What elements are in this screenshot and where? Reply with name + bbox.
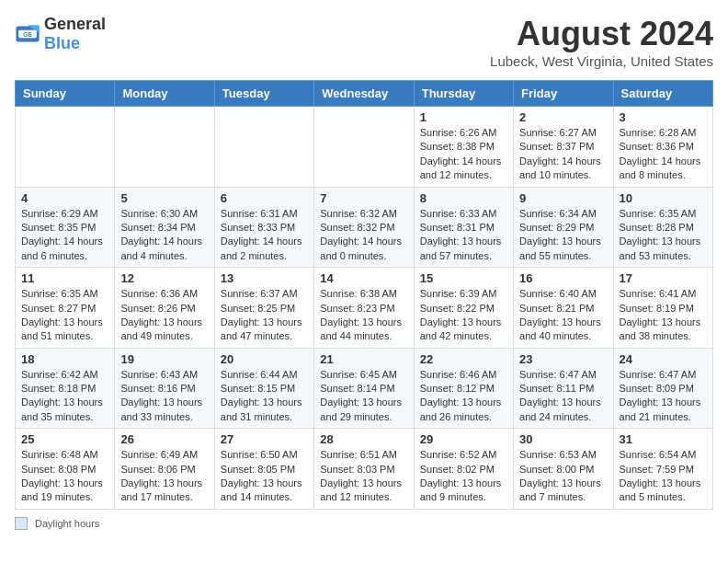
day-info: Sunrise: 6:27 AM Sunset: 8:37 PM Dayligh… [519, 126, 607, 183]
calendar-cell: 15Sunrise: 6:39 AM Sunset: 8:22 PM Dayli… [414, 268, 513, 349]
day-number: 11 [21, 271, 108, 285]
calendar-cell [214, 107, 313, 188]
calendar-cell: 22Sunrise: 6:46 AM Sunset: 8:12 PM Dayli… [414, 348, 513, 429]
day-info: Sunrise: 6:46 AM Sunset: 8:12 PM Dayligh… [420, 368, 507, 425]
day-number: 21 [320, 352, 407, 366]
day-number: 25 [21, 432, 108, 446]
calendar-cell: 18Sunrise: 6:42 AM Sunset: 8:18 PM Dayli… [16, 348, 115, 429]
logo: GB General Blue [15, 15, 106, 53]
calendar-cell: 23Sunrise: 6:47 AM Sunset: 8:11 PM Dayli… [514, 348, 613, 429]
calendar-cell: 1Sunrise: 6:26 AM Sunset: 8:38 PM Daylig… [414, 107, 513, 188]
day-info: Sunrise: 6:35 AM Sunset: 8:27 PM Dayligh… [21, 287, 108, 344]
header: GB General Blue August 2024 Lubeck, West… [15, 15, 713, 69]
day-number: 1 [420, 110, 507, 124]
calendar-week-row: 1Sunrise: 6:26 AM Sunset: 8:38 PM Daylig… [16, 107, 713, 188]
calendar-cell: 21Sunrise: 6:45 AM Sunset: 8:14 PM Dayli… [314, 348, 414, 429]
day-header-saturday: Saturday [613, 81, 712, 107]
day-number: 7 [320, 191, 407, 205]
calendar-cell: 19Sunrise: 6:43 AM Sunset: 8:16 PM Dayli… [115, 348, 214, 429]
day-info: Sunrise: 6:32 AM Sunset: 8:32 PM Dayligh… [320, 207, 407, 264]
calendar-cell: 26Sunrise: 6:49 AM Sunset: 8:06 PM Dayli… [115, 429, 214, 510]
calendar-cell: 16Sunrise: 6:40 AM Sunset: 8:21 PM Dayli… [514, 268, 613, 349]
calendar-cell: 25Sunrise: 6:48 AM Sunset: 8:08 PM Dayli… [16, 429, 115, 510]
day-header-thursday: Thursday [414, 81, 513, 107]
day-number: 14 [320, 271, 407, 285]
day-info: Sunrise: 6:41 AM Sunset: 8:19 PM Dayligh… [620, 287, 707, 344]
day-info: Sunrise: 6:50 AM Sunset: 8:05 PM Dayligh… [221, 448, 308, 505]
legend: Daylight hours [15, 517, 713, 530]
day-number: 29 [420, 432, 507, 446]
day-number: 4 [21, 191, 108, 205]
title-area: August 2024 Lubeck, West Virginia, Unite… [490, 15, 713, 69]
day-number: 13 [221, 271, 308, 285]
day-info: Sunrise: 6:51 AM Sunset: 8:03 PM Dayligh… [320, 448, 407, 505]
calendar-cell: 9Sunrise: 6:34 AM Sunset: 8:29 PM Daylig… [514, 187, 613, 268]
calendar-week-row: 25Sunrise: 6:48 AM Sunset: 8:08 PM Dayli… [16, 429, 713, 510]
day-info: Sunrise: 6:36 AM Sunset: 8:26 PM Dayligh… [120, 287, 208, 344]
day-number: 6 [221, 191, 308, 205]
calendar-cell: 12Sunrise: 6:36 AM Sunset: 8:26 PM Dayli… [115, 268, 214, 349]
calendar-cell [115, 107, 214, 188]
day-info: Sunrise: 6:47 AM Sunset: 8:11 PM Dayligh… [519, 368, 607, 425]
calendar-cell: 27Sunrise: 6:50 AM Sunset: 8:05 PM Dayli… [214, 429, 313, 510]
calendar-cell: 20Sunrise: 6:44 AM Sunset: 8:15 PM Dayli… [214, 348, 313, 429]
calendar-week-row: 11Sunrise: 6:35 AM Sunset: 8:27 PM Dayli… [16, 268, 713, 349]
day-info: Sunrise: 6:44 AM Sunset: 8:15 PM Dayligh… [221, 368, 308, 425]
calendar-week-row: 18Sunrise: 6:42 AM Sunset: 8:18 PM Dayli… [16, 348, 713, 429]
day-info: Sunrise: 6:49 AM Sunset: 8:06 PM Dayligh… [120, 448, 208, 505]
day-number: 3 [620, 110, 707, 124]
day-number: 12 [120, 271, 208, 285]
logo-icon: GB [15, 21, 40, 47]
day-number: 8 [420, 191, 507, 205]
day-info: Sunrise: 6:43 AM Sunset: 8:16 PM Dayligh… [120, 368, 208, 425]
day-number: 15 [420, 271, 507, 285]
day-number: 20 [221, 352, 308, 366]
calendar: SundayMondayTuesdayWednesdayThursdayFrid… [15, 80, 713, 510]
logo-general-text: General [44, 15, 106, 33]
calendar-cell: 11Sunrise: 6:35 AM Sunset: 8:27 PM Dayli… [16, 268, 115, 349]
day-info: Sunrise: 6:35 AM Sunset: 8:28 PM Dayligh… [620, 207, 707, 264]
legend-label: Daylight hours [35, 518, 99, 529]
day-info: Sunrise: 6:45 AM Sunset: 8:14 PM Dayligh… [320, 368, 407, 425]
day-number: 16 [519, 271, 607, 285]
day-header-monday: Monday [115, 81, 214, 107]
calendar-cell: 5Sunrise: 6:30 AM Sunset: 8:34 PM Daylig… [115, 187, 214, 268]
day-number: 22 [420, 352, 507, 366]
day-number: 31 [620, 432, 707, 446]
calendar-cell: 28Sunrise: 6:51 AM Sunset: 8:03 PM Dayli… [314, 429, 414, 510]
calendar-week-row: 4Sunrise: 6:29 AM Sunset: 8:35 PM Daylig… [16, 187, 713, 268]
day-info: Sunrise: 6:39 AM Sunset: 8:22 PM Dayligh… [420, 287, 507, 344]
day-info: Sunrise: 6:37 AM Sunset: 8:25 PM Dayligh… [221, 287, 308, 344]
calendar-cell: 2Sunrise: 6:27 AM Sunset: 8:37 PM Daylig… [514, 107, 613, 188]
calendar-cell: 7Sunrise: 6:32 AM Sunset: 8:32 PM Daylig… [314, 187, 414, 268]
month-title: August 2024 [490, 15, 713, 53]
calendar-cell: 30Sunrise: 6:53 AM Sunset: 8:00 PM Dayli… [514, 429, 613, 510]
day-number: 27 [221, 432, 308, 446]
day-number: 17 [620, 271, 707, 285]
day-number: 18 [21, 352, 108, 366]
day-header-friday: Friday [514, 81, 613, 107]
day-info: Sunrise: 6:54 AM Sunset: 7:59 PM Dayligh… [620, 448, 707, 505]
calendar-cell [16, 107, 115, 188]
calendar-header-row: SundayMondayTuesdayWednesdayThursdayFrid… [16, 81, 713, 107]
day-header-wednesday: Wednesday [314, 81, 414, 107]
calendar-cell: 24Sunrise: 6:47 AM Sunset: 8:09 PM Dayli… [613, 348, 712, 429]
day-header-tuesday: Tuesday [214, 81, 313, 107]
calendar-cell: 29Sunrise: 6:52 AM Sunset: 8:02 PM Dayli… [414, 429, 513, 510]
calendar-cell: 4Sunrise: 6:29 AM Sunset: 8:35 PM Daylig… [16, 187, 115, 268]
calendar-cell: 6Sunrise: 6:31 AM Sunset: 8:33 PM Daylig… [214, 187, 313, 268]
day-number: 9 [519, 191, 607, 205]
day-info: Sunrise: 6:42 AM Sunset: 8:18 PM Dayligh… [21, 368, 108, 425]
calendar-cell: 3Sunrise: 6:28 AM Sunset: 8:36 PM Daylig… [613, 107, 712, 188]
calendar-cell: 17Sunrise: 6:41 AM Sunset: 8:19 PM Dayli… [613, 268, 712, 349]
day-info: Sunrise: 6:30 AM Sunset: 8:34 PM Dayligh… [120, 207, 208, 264]
svg-text:GB: GB [23, 31, 32, 38]
day-number: 10 [620, 191, 707, 205]
day-info: Sunrise: 6:28 AM Sunset: 8:36 PM Dayligh… [620, 126, 707, 183]
day-info: Sunrise: 6:31 AM Sunset: 8:33 PM Dayligh… [221, 207, 308, 264]
day-info: Sunrise: 6:38 AM Sunset: 8:23 PM Dayligh… [320, 287, 407, 344]
calendar-cell: 14Sunrise: 6:38 AM Sunset: 8:23 PM Dayli… [314, 268, 414, 349]
day-info: Sunrise: 6:29 AM Sunset: 8:35 PM Dayligh… [21, 207, 108, 264]
day-number: 2 [519, 110, 607, 124]
calendar-cell: 13Sunrise: 6:37 AM Sunset: 8:25 PM Dayli… [214, 268, 313, 349]
